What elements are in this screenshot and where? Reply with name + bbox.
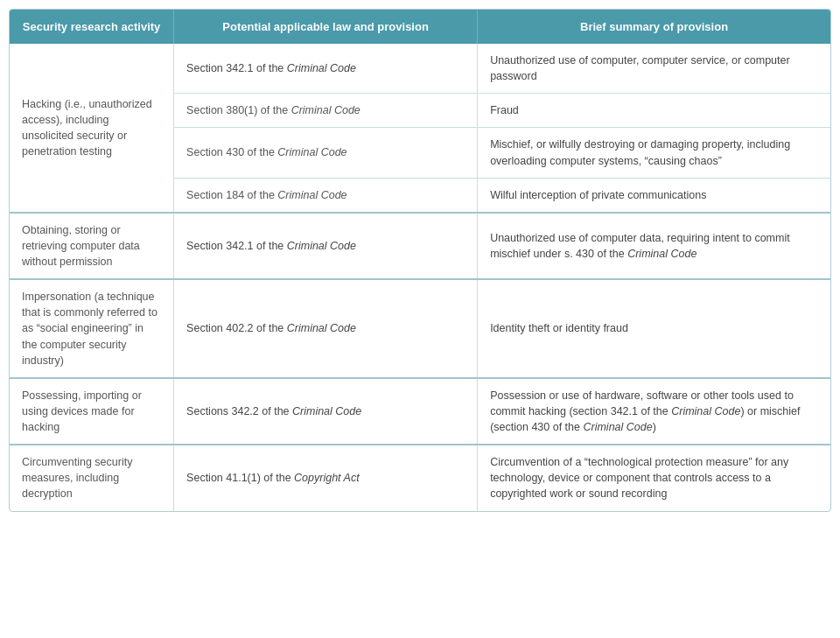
- provision-cell: Section 430 of the Criminal Code: [174, 128, 478, 178]
- summary-cell: Unauthorized use of computer, computer s…: [478, 44, 830, 94]
- table-row: Circumventing security measures, includi…: [10, 445, 830, 510]
- summary-cell: Fraud: [478, 94, 830, 128]
- activity-cell: Possessing, importing or using devices m…: [10, 378, 174, 445]
- header-col3: Brief summary of provision: [478, 10, 830, 44]
- main-table-container: Security research activity Potential app…: [9, 9, 831, 512]
- provision-cell: Section 342.1 of the Criminal Code: [174, 44, 478, 94]
- header-col1: Security research activity: [10, 10, 174, 44]
- table-row: Obtaining, storing or retrieving compute…: [10, 213, 830, 279]
- provision-cell: Sections 342.2 of the Criminal Code: [174, 378, 478, 445]
- security-research-table: Security research activity Potential app…: [10, 10, 830, 511]
- header-col2: Potential applicable law and provision: [174, 10, 478, 44]
- provision-cell: Section 184 of the Criminal Code: [174, 178, 478, 213]
- activity-cell: Obtaining, storing or retrieving compute…: [10, 213, 174, 279]
- provision-cell: Section 41.1(1) of the Copyright Act: [174, 445, 478, 510]
- provision-cell: Section 342.1 of the Criminal Code: [174, 213, 478, 279]
- summary-cell: Circumvention of a “technological protec…: [478, 445, 830, 510]
- activity-cell: Circumventing security measures, includi…: [10, 445, 174, 510]
- summary-cell: Wilful interception of private communica…: [478, 178, 830, 213]
- activity-cell: Hacking (i.e., unauthorized access), inc…: [10, 44, 174, 213]
- summary-cell: Mischief, or wilfully destroying or dama…: [478, 128, 830, 178]
- provision-cell: Section 380(1) of the Criminal Code: [174, 94, 478, 128]
- table-row: Possessing, importing or using devices m…: [10, 378, 830, 445]
- activity-cell: Impersonation (a technique that is commo…: [10, 279, 174, 378]
- summary-cell: Unauthorized use of computer data, requi…: [478, 213, 830, 279]
- table-row: Hacking (i.e., unauthorized access), inc…: [10, 44, 830, 94]
- summary-cell: Identity theft or identity fraud: [478, 279, 830, 378]
- table-row: Impersonation (a technique that is commo…: [10, 279, 830, 378]
- summary-cell: Possession or use of hardware, software …: [478, 378, 830, 445]
- provision-cell: Section 402.2 of the Criminal Code: [174, 279, 478, 378]
